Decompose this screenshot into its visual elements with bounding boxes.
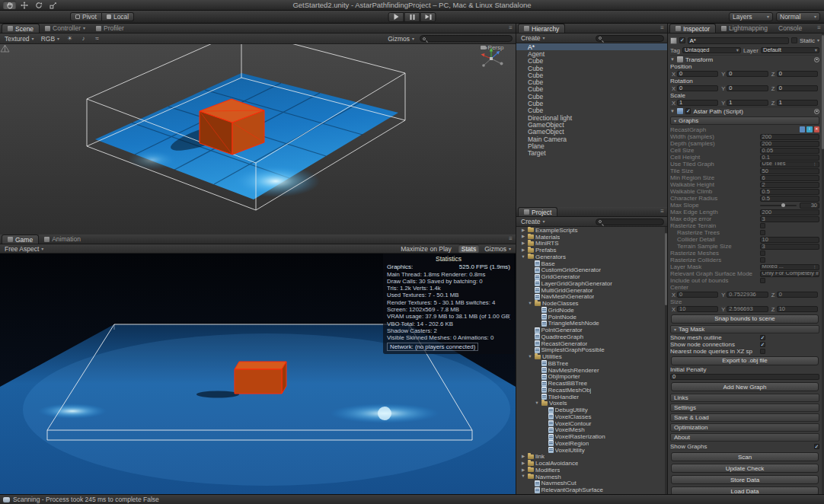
- project-item[interactable]: NavMeshGenerator: [516, 294, 667, 301]
- project-item[interactable]: Base: [516, 260, 667, 267]
- setting-value-field[interactable]: 200: [760, 141, 819, 147]
- info-icon[interactable]: i: [806, 126, 813, 132]
- setting-dropdown[interactable]: Only For Completely Inside⋮: [760, 271, 819, 277]
- setting-value-field[interactable]: 0: [670, 374, 819, 380]
- project-item[interactable]: ▼NodeClasses: [516, 300, 667, 307]
- astar-component-header[interactable]: ▼ ✓ Astar Path (Script): [670, 107, 819, 115]
- transform-scale-z-field[interactable]: 1: [777, 100, 818, 106]
- project-item[interactable]: ▶Materials: [516, 234, 667, 241]
- transform-rotation-z-field[interactable]: 0: [777, 85, 818, 91]
- project-item[interactable]: NavMeshRenderer: [516, 367, 667, 374]
- transform-scale-y-field[interactable]: 1: [727, 100, 768, 106]
- inspector-section-optimization[interactable]: Optimization: [670, 423, 819, 432]
- project-item[interactable]: VoxelRegion: [516, 440, 667, 447]
- scene-gizmos-dropdown[interactable]: Gizmos▾: [386, 34, 416, 43]
- setting-checkbox[interactable]: [760, 230, 766, 236]
- panel-menu-icon[interactable]: ≡: [660, 209, 664, 215]
- inspector-section-save-load[interactable]: Save & Load: [670, 413, 819, 422]
- project-item[interactable]: RecastBBTree: [516, 380, 667, 387]
- tab-animation[interactable]: Animation: [39, 234, 86, 244]
- transform-rotation-y-field[interactable]: 0: [727, 85, 768, 91]
- active-checkbox[interactable]: ✓: [679, 37, 685, 43]
- project-item[interactable]: SimplestGraphPossible: [516, 347, 667, 354]
- disclosure-arrow-icon[interactable]: ▶: [520, 455, 526, 459]
- hierarchy-item[interactable]: Cube: [516, 72, 667, 78]
- project-item[interactable]: TileHandler: [516, 394, 667, 400]
- gear-icon[interactable]: [814, 57, 819, 62]
- move-tool-button[interactable]: [18, 1, 30, 9]
- vector-y-field[interactable]: 2.596693: [727, 306, 768, 312]
- setting-dropdown[interactable]: Mixed ...⋮: [760, 264, 819, 270]
- status-bar[interactable]: Scanning - Process took 245 ms to comple…: [0, 494, 824, 504]
- disclosure-arrow-icon[interactable]: ▶: [520, 461, 526, 466]
- hierarchy-item[interactable]: Cube: [516, 86, 667, 93]
- layer-dropdown[interactable]: Default▾: [761, 47, 819, 53]
- graphs-header[interactable]: ▾ Graphs: [670, 116, 819, 125]
- setting-value-field[interactable]: 50: [760, 168, 819, 174]
- project-item[interactable]: PointNode: [516, 314, 667, 321]
- project-create-button[interactable]: Create▾: [519, 218, 547, 226]
- lighting-toggle-icon[interactable]: ☀: [65, 34, 75, 43]
- tab-lightmapping[interactable]: Lightmapping: [716, 24, 773, 33]
- project-item[interactable]: ▼Utilities: [516, 353, 667, 360]
- disclosure-arrow-icon[interactable]: ▶: [520, 241, 526, 246]
- tab-console[interactable]: Console: [773, 24, 807, 33]
- hierarchy-item[interactable]: Target: [516, 149, 667, 156]
- hierarchy-item[interactable]: Cube: [516, 100, 667, 107]
- slider[interactable]: [760, 205, 797, 206]
- show-graphs-checkbox[interactable]: ✓: [814, 444, 820, 450]
- setting-value-field[interactable]: 2: [760, 182, 819, 188]
- scan-button[interactable]: Scan: [671, 452, 819, 461]
- setting-checkbox[interactable]: [760, 257, 766, 263]
- setting-checkbox[interactable]: [760, 278, 766, 284]
- game-gizmos-dropdown[interactable]: Gizmos▾: [483, 244, 513, 253]
- pivot-button[interactable]: Pivot: [70, 12, 102, 21]
- project-item[interactable]: GridNode: [516, 307, 667, 314]
- panel-menu-icon[interactable]: ≡: [509, 25, 513, 31]
- setting-value-field[interactable]: 3: [760, 244, 819, 250]
- orientation-gizmo[interactable]: Persp: [474, 46, 509, 51]
- disclosure-arrow-icon[interactable]: ▶: [520, 468, 526, 473]
- draw-mode-dropdown[interactable]: Textured▾: [3, 34, 36, 43]
- tag-dropdown[interactable]: Untagged▾: [682, 47, 741, 53]
- setting-value-field[interactable]: 0.5: [760, 189, 819, 195]
- hierarchy-item[interactable]: Plane: [516, 142, 667, 149]
- disclosure-arrow-icon[interactable]: ▼: [534, 401, 540, 406]
- project-item[interactable]: RecastGenerator: [516, 340, 667, 347]
- tab-project[interactable]: Project: [518, 207, 557, 216]
- setting-value-field[interactable]: 0.1: [760, 155, 819, 161]
- inspector-section-settings[interactable]: Settings: [670, 404, 819, 412]
- setting-checkbox[interactable]: [760, 349, 766, 355]
- project-item[interactable]: NavmeshCut: [516, 480, 667, 487]
- project-item[interactable]: LayerGridGraphGenerator: [516, 280, 667, 287]
- game-viewport[interactable]: Statistics Graphics:525.0 FPS (1.9ms) Ma…: [0, 254, 516, 494]
- project-item[interactable]: ▼Voxels: [516, 400, 667, 407]
- project-item[interactable]: VoxelRasterization: [516, 433, 667, 440]
- tab-inspector[interactable]: Inspector: [669, 24, 716, 33]
- rotate-tool-button[interactable]: [32, 1, 45, 9]
- scene-search-input[interactable]: [420, 35, 513, 42]
- hierarchy-item[interactable]: Cube: [516, 107, 667, 114]
- component-enabled-checkbox[interactable]: ✓: [685, 108, 691, 114]
- transform-position-x-field[interactable]: 0: [677, 71, 718, 77]
- vector-z-field[interactable]: 10: [777, 306, 818, 312]
- scene-viewport[interactable]: Persp: [0, 44, 516, 234]
- export-to-obj-file-button[interactable]: Export to .obj file: [671, 356, 819, 365]
- update-check-button[interactable]: Update Check: [671, 464, 819, 473]
- hierarchy-item[interactable]: Cube: [516, 93, 667, 100]
- panel-menu-icon[interactable]: ≡: [660, 25, 664, 31]
- project-item[interactable]: ▶ExampleScripts: [516, 227, 667, 234]
- inspector-section-links[interactable]: Links: [670, 394, 819, 402]
- project-item[interactable]: RelevantGraphSurface: [516, 486, 667, 493]
- disclosure-arrow-icon[interactable]: ▼: [527, 301, 533, 306]
- project-item[interactable]: DebugUtility: [516, 407, 667, 413]
- panel-menu-icon[interactable]: ≡: [817, 25, 821, 31]
- setting-checkbox[interactable]: [760, 250, 766, 257]
- hierarchy-item[interactable]: Directional light: [516, 114, 667, 121]
- hierarchy-create-button[interactable]: Create▾: [519, 34, 547, 43]
- audio-toggle-icon[interactable]: ♪: [78, 34, 88, 43]
- setting-checkbox[interactable]: ✓: [760, 335, 766, 341]
- disclosure-arrow-icon[interactable]: ▶: [520, 234, 526, 239]
- render-mode-dropdown[interactable]: RGB▾: [40, 34, 61, 43]
- setting-checkbox[interactable]: ✓: [760, 342, 766, 348]
